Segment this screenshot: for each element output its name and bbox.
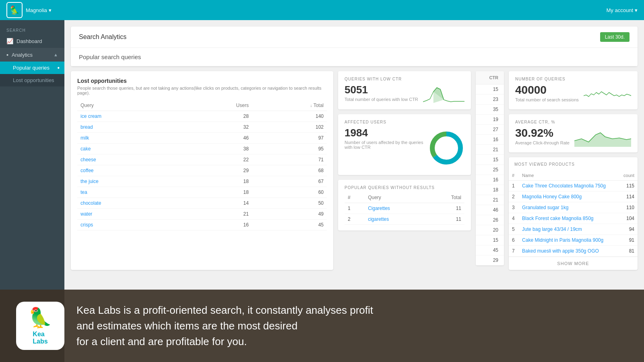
sidebar-item-dashboard[interactable]: 📈 Dashboard — [0, 34, 64, 48]
list-item: 1 Cake Three Chocolates Magnolia 750g 11… — [509, 181, 638, 191]
num-cell: 7 — [509, 246, 519, 257]
users-cell: 18 — [180, 176, 252, 187]
ctr-panel: CTR 152335192716211525161821462620154529 — [476, 71, 504, 265]
users-cell: 28 — [180, 111, 252, 122]
lost-opp-inner: Lost opportunities People search those q… — [71, 71, 333, 237]
table-row: tea 18 60 — [77, 187, 327, 198]
top-navigation: 🦜 Magnolia ▾ My account ▾ — [0, 0, 644, 20]
affected-users-row: 1984 Number of users affected by the que… — [345, 127, 464, 169]
ctr-row: 15 — [476, 235, 504, 245]
users-cell: 32 — [180, 122, 252, 133]
query-cell[interactable]: crisps — [77, 220, 180, 230]
query-cell[interactable]: coffee — [77, 165, 180, 176]
promo-text: Kea Labs is a profit-oriented search, it… — [76, 302, 373, 350]
product-name-cell[interactable]: Black Forest cake Magnolia 850g — [519, 213, 618, 224]
query-cell[interactable]: chocolate — [77, 198, 180, 209]
total-cell: 11 — [428, 203, 464, 214]
low-ctr-desc: Total number of queries with low CTR — [345, 97, 418, 102]
col-users: Users — [180, 100, 252, 111]
num-queries-row: 40000 Total number of search sessions — [515, 84, 631, 104]
promo-banner: 🦜 KeaLabs Kea Labs is a profit-oriented … — [0, 290, 644, 362]
promo-logo: 🦜 KeaLabs — [16, 302, 64, 350]
list-item: 7 Baked muesli with apple 350g OGO 81 — [509, 246, 638, 257]
ctr-header: CTR — [476, 71, 504, 84]
query-cell[interactable]: water — [77, 209, 180, 220]
sidebar-item-analytics[interactable]: ▪ Analytics ▲ — [0, 48, 64, 62]
total-cell: 50 — [252, 198, 327, 209]
query-cell[interactable]: milk — [77, 133, 180, 144]
total-cell: 45 — [252, 220, 327, 230]
total-cell: 95 — [252, 144, 327, 154]
middle-panel: QUERIES WITH LOW CTR 5051 Total number o… — [338, 71, 471, 270]
total-cell: 102 — [252, 122, 327, 133]
product-name-cell[interactable]: Cake Three Chocolates Magnolia 750g — [519, 181, 618, 191]
ctr-row: 27 — [476, 125, 504, 135]
num-cell: 6 — [509, 235, 519, 246]
col-total: Total — [428, 192, 464, 203]
num-cell: 3 — [509, 202, 519, 213]
list-item: 1 Cigarettes 11 — [345, 203, 464, 214]
popular-queries-label: Popular queries — [13, 65, 50, 71]
count-cell: 91 — [619, 235, 638, 246]
table-row: cheese 22 71 — [77, 154, 327, 165]
ctr-row: 16 — [476, 135, 504, 145]
num-cell: 1 — [345, 203, 365, 214]
no-results-table: # Query Total 1 Cigarettes 112 cigarette… — [345, 192, 464, 225]
magnolia-dropdown[interactable]: Magnolia ▾ — [26, 7, 52, 13]
query-cell[interactable]: cake — [77, 144, 180, 154]
product-name-cell[interactable]: Magnolia Honey Cake 800g — [519, 191, 618, 202]
low-ctr-row: 5051 Total number of queries with low CT… — [345, 84, 464, 104]
query-cell[interactable]: cheese — [77, 154, 180, 165]
list-item: 2 cigarettes 11 — [345, 214, 464, 225]
most-viewed-products-card: MOST VIEWED PRODUCTS # Name count 1 Cake… — [509, 157, 638, 270]
ctr-row: 21 — [476, 145, 504, 155]
ctr-row: 23 — [476, 95, 504, 105]
affected-users-title: AFFECTED USERS — [345, 120, 464, 124]
ctr-column-panel: CTR 152335192716211525161821462620154529 — [476, 71, 504, 270]
query-cell[interactable]: tea — [77, 187, 180, 198]
ctr-row: 16 — [476, 175, 504, 185]
num-queries-card: NUMBER OF QUERIES 40000 Total number of … — [509, 71, 638, 109]
show-more-button[interactable]: SHOW MORE — [509, 257, 638, 270]
query-cell[interactable]: bread — [77, 122, 180, 133]
list-item: 2 Magnolia Honey Cake 800g 114 — [509, 191, 638, 202]
list-item: 4 Black Forest cake Magnolia 850g 104 — [509, 213, 638, 224]
product-name-cell[interactable]: Granulated sugar 1kg — [519, 202, 618, 213]
list-item: 6 Cake Midnight in Paris Magnolia 900g 9… — [509, 235, 638, 246]
query-cell[interactable]: Cigarettes — [365, 203, 427, 214]
query-cell[interactable]: the juice — [77, 176, 180, 187]
table-row: crisps 16 45 — [77, 220, 327, 230]
low-ctr-info: 5051 Total number of queries with low CT… — [345, 84, 418, 102]
my-account-button[interactable]: My account ▾ — [607, 7, 638, 13]
product-name-cell[interactable]: Baked muesli with apple 350g OGO — [519, 246, 618, 257]
logo-icon: 🦜 — [7, 3, 22, 17]
ctr-row: 35 — [476, 105, 504, 115]
ctr-row: 29 — [476, 255, 504, 265]
affected-users-info: 1984 Number of users affected by the que… — [345, 127, 423, 150]
logo: 🦜 — [6, 2, 23, 18]
count-cell: 115 — [619, 181, 638, 191]
lost-opportunities-card: Lost opportunities People search those q… — [71, 71, 333, 270]
users-cell: 22 — [180, 154, 252, 165]
sidebar-item-label: Dashboard — [17, 38, 42, 44]
product-name-cell[interactable]: Cake Midnight in Paris Magnolia 900g — [519, 235, 618, 246]
chevron-down-icon: ▾ — [49, 7, 52, 13]
query-cell[interactable]: cigarettes — [365, 214, 427, 225]
table-row: bread 32 102 — [77, 122, 327, 133]
num-cell: 4 — [509, 213, 519, 224]
avg-ctr-card: AVERAGE CTR, % 30.92% Average Click-thro… — [509, 114, 638, 152]
table-row: water 21 49 — [77, 209, 327, 220]
ctr-row: 15 — [476, 155, 504, 165]
donut-chart — [428, 127, 464, 169]
low-ctr-value: 5051 — [345, 84, 418, 96]
query-cell[interactable]: ice cream — [77, 111, 180, 122]
table-row: milk 46 97 — [77, 133, 327, 144]
last-30d-button[interactable]: Last 30d. — [600, 32, 630, 42]
sidebar-item-lost-opportunities[interactable]: Lost opportunities — [0, 74, 64, 86]
magnolia-label: Magnolia — [26, 7, 47, 13]
promo-logo-text: KeaLabs — [33, 331, 47, 345]
count-cell: 110 — [619, 202, 638, 213]
no-results-card: POPULAR QUERIES WITHOUT RESULTS # Query … — [338, 180, 471, 230]
sidebar-item-popular-queries[interactable]: Popular queries — [0, 62, 64, 74]
product-name-cell[interactable]: Jute bag large 43/34 / 19cm — [519, 224, 618, 235]
